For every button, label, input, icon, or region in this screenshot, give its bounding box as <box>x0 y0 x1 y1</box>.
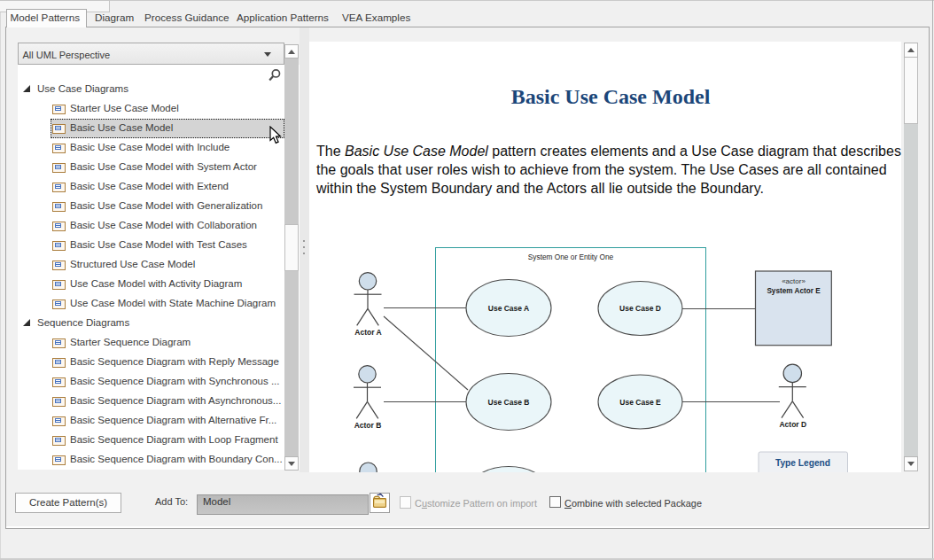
svg-text:Use Case D: Use Case D <box>619 304 661 313</box>
svg-text:System One or Entity One: System One or Entity One <box>528 253 614 261</box>
svg-text:«actor»: «actor» <box>782 277 806 285</box>
svg-text:Actor B: Actor B <box>354 421 382 430</box>
svg-text:Type Legend: Type Legend <box>775 458 830 468</box>
svg-text:Use Case A: Use Case A <box>488 304 529 313</box>
svg-text:Use Case B: Use Case B <box>488 398 530 407</box>
svg-text:Actor A: Actor A <box>354 328 381 337</box>
svg-text:Actor D: Actor D <box>779 420 806 429</box>
svg-text:System Actor E: System Actor E <box>767 287 821 295</box>
svg-text:Use Case E: Use Case E <box>619 398 661 407</box>
